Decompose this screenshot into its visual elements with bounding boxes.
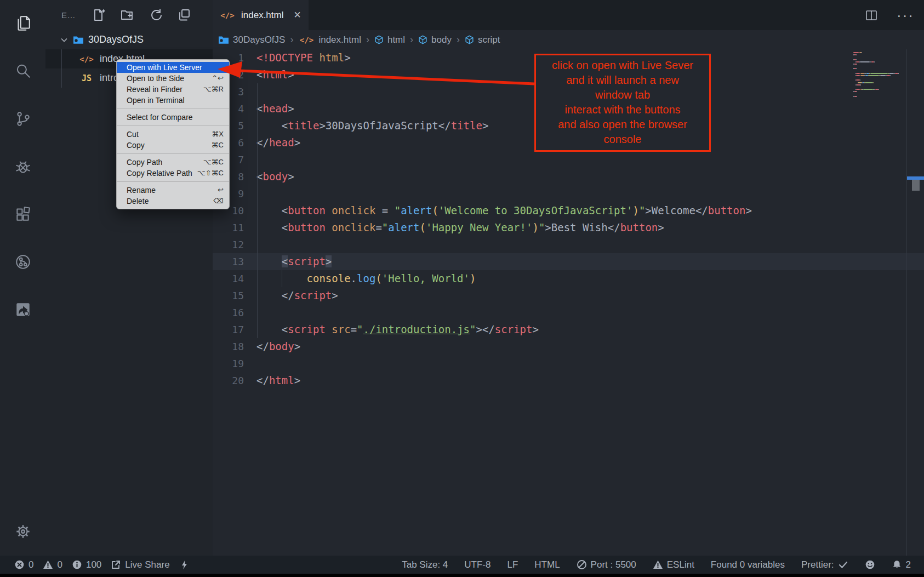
breadcrumb-item-30DaysOfJS[interactable]: 30DaysOfJS — [218, 35, 285, 45]
tree-indent-guide — [61, 49, 62, 88]
explorer-icon[interactable] — [14, 15, 32, 32]
code-line-17[interactable]: 17 <script src="./introduction.js"></scr… — [213, 321, 924, 338]
line-content: <title>30DaysOfJavaScript</title> — [244, 117, 488, 134]
menu-item-delete[interactable]: Delete⌫ — [117, 196, 229, 207]
menu-separator — [117, 181, 229, 182]
code-line-9[interactable]: 9 — [213, 185, 924, 202]
new-folder-icon[interactable] — [121, 8, 134, 22]
line-content: <head> — [244, 100, 294, 117]
status-left: 00100Live Share — [14, 559, 190, 570]
code-line-16[interactable]: 16 — [213, 304, 924, 321]
code-line-11[interactable]: 11 <button onclick="alert('Happy New Yea… — [213, 219, 924, 236]
breadcrumb-item-html[interactable]: html — [374, 35, 405, 45]
breadcrumb-separator: › — [289, 34, 294, 45]
cube-icon — [465, 35, 474, 44]
status-port-5500[interactable]: Port : 5500 — [577, 559, 636, 570]
folder-icon — [218, 36, 229, 44]
line-content: </script> — [244, 287, 338, 304]
menu-item-label: Select for Compare — [127, 112, 193, 123]
menu-separator — [117, 153, 229, 154]
scrollbar-thumb[interactable] — [912, 180, 920, 191]
menu-item-shortcut: ⌘C — [212, 140, 224, 151]
status-bolt[interactable] — [179, 559, 190, 570]
vscode-window: E… 30DaysOfJS </>index.htmlJSintroductio… — [0, 0, 924, 577]
more-actions-icon[interactable]: ··· — [897, 13, 914, 18]
status-live-share[interactable]: Live Share — [111, 559, 169, 570]
line-number: 15 — [213, 287, 244, 304]
tab-close-icon[interactable]: ✕ — [293, 9, 301, 21]
status-label: LF — [507, 559, 518, 570]
menu-item-open-to-the-side[interactable]: Open to the Side⌃↩ — [117, 73, 229, 84]
breadcrumb-item-index.html[interactable]: </>index.html — [298, 35, 361, 45]
status-tab-size-4[interactable]: Tab Size: 4 — [402, 559, 448, 570]
extensions-icon[interactable] — [14, 205, 32, 223]
source-control-icon[interactable] — [14, 110, 32, 128]
status-label: HTML — [534, 559, 560, 570]
code-line-7[interactable]: 7 — [213, 151, 924, 168]
annotation-line: window tab — [536, 88, 709, 102]
line-content: </html> — [244, 372, 300, 389]
scrollbar-separator — [906, 49, 907, 556]
run-debug-icon[interactable] — [14, 158, 32, 175]
status-label: UTF-8 — [464, 559, 490, 570]
menu-item-select-for-compare[interactable]: Select for Compare — [117, 112, 229, 123]
line-content: <script src="./introduction.js"></script… — [244, 321, 539, 338]
code-line-15[interactable]: 15 </script> — [213, 287, 924, 304]
menu-item-label: Copy Path — [127, 157, 162, 168]
code-line-12[interactable]: 12 — [213, 236, 924, 253]
gitlens-icon[interactable] — [14, 253, 32, 271]
context-menu: Open with Live ServerOpen to the Side⌃↩R… — [116, 59, 230, 209]
menu-item-copy[interactable]: Copy⌘C — [117, 140, 229, 151]
menu-separator — [117, 108, 229, 109]
html-file-icon: </> — [78, 55, 95, 64]
line-content: <button onclick="alert('Happy New Year!'… — [244, 219, 664, 236]
menu-item-open-with-live-server[interactable]: Open with Live Server — [117, 62, 229, 73]
status-utf-8[interactable]: UTF-8 — [464, 559, 490, 570]
line-content: </head> — [244, 134, 300, 151]
bolt-icon — [179, 559, 190, 570]
status-100[interactable]: 100 — [72, 559, 101, 570]
code-line-13[interactable]: 13 <script> — [213, 253, 924, 270]
slash-icon — [577, 559, 587, 570]
menu-item-shortcut: ⌃↩ — [212, 73, 224, 84]
menu-item-label: Rename — [127, 185, 156, 196]
chevron-down-icon — [60, 36, 69, 44]
line-number: 14 — [213, 270, 244, 287]
line-number: 11 — [213, 219, 244, 236]
refresh-explorer-icon[interactable] — [149, 8, 163, 22]
status-label: Port : 5500 — [591, 559, 636, 570]
status-0[interactable]: 0 — [14, 559, 33, 570]
settings-gear-icon[interactable] — [14, 523, 32, 540]
status-2[interactable]: 2 — [892, 559, 911, 570]
code-line-8[interactable]: 8<body> — [213, 168, 924, 185]
tab-index-html[interactable]: </> index.html ✕ — [213, 0, 309, 30]
code-line-14[interactable]: 14 console.log('Hello, World') — [213, 270, 924, 287]
status-smiley[interactable] — [865, 559, 875, 570]
code-line-18[interactable]: 18</body> — [213, 338, 924, 355]
menu-item-open-in-terminal[interactable]: Open in Terminal — [117, 95, 229, 106]
breadcrumb-item-script[interactable]: script — [465, 35, 500, 45]
live-share-icon[interactable] — [14, 301, 32, 318]
menu-item-copy-relative-path[interactable]: Copy Relative Path⌥⇧⌘C — [117, 168, 229, 179]
code-line-20[interactable]: 20</html> — [213, 372, 924, 389]
new-file-icon[interactable] — [92, 8, 106, 22]
breadcrumb-label: 30DaysOfJS — [233, 35, 285, 45]
menu-item-copy-path[interactable]: Copy Path⌥⌘C — [117, 157, 229, 168]
menu-item-rename[interactable]: Rename↩ — [117, 185, 229, 196]
menu-item-reveal-in-finder[interactable]: Reveal in Finder⌥⌘R — [117, 84, 229, 95]
status-html[interactable]: HTML — [534, 559, 560, 570]
status-0[interactable]: 0 — [43, 559, 62, 570]
search-icon[interactable] — [14, 62, 32, 80]
breadcrumb-item-body[interactable]: body — [418, 35, 452, 45]
split-editor-icon[interactable] — [865, 9, 878, 22]
menu-item-cut[interactable]: Cut⌘X — [117, 129, 229, 140]
folder-row-30daysofjs[interactable]: 30DaysOfJS — [45, 30, 213, 49]
status-found-0-variables[interactable]: Found 0 variables — [711, 559, 785, 570]
code-line-10[interactable]: 10 <button onclick = "alert('Welcome to … — [213, 202, 924, 219]
status-label: Prettier: — [801, 559, 834, 570]
collapse-folders-icon[interactable] — [178, 8, 191, 22]
status-lf[interactable]: LF — [507, 559, 518, 570]
status-prettier-[interactable]: Prettier: — [801, 559, 848, 570]
status-eslint[interactable]: ESLint — [653, 559, 694, 570]
code-line-19[interactable]: 19 — [213, 355, 924, 372]
